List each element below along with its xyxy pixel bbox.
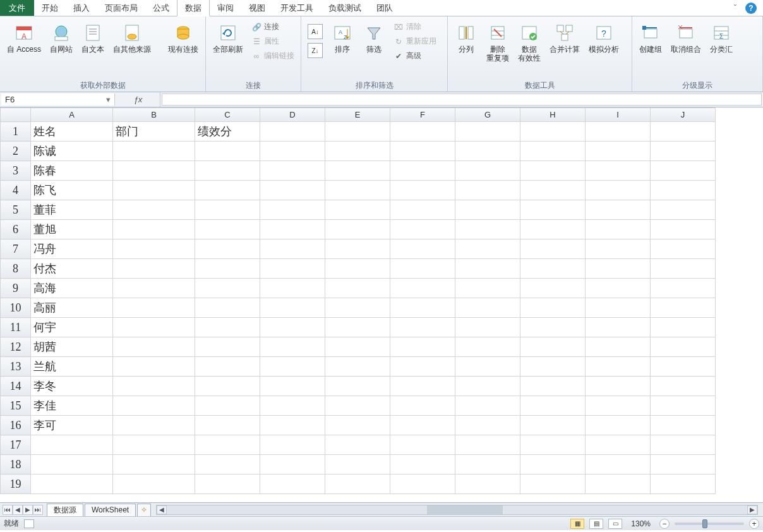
btn-remove-dups[interactable]: 删除 重复项 [483, 19, 512, 66]
cell-C6[interactable] [195, 220, 260, 239]
cell-J1[interactable] [651, 122, 716, 142]
row-header-14[interactable]: 14 [1, 377, 31, 396]
cell-G7[interactable] [455, 239, 520, 259]
cell-A16[interactable]: 李可 [31, 416, 113, 435]
cell-C10[interactable] [195, 298, 260, 318]
cell-D9[interactable] [260, 279, 325, 298]
cell-F11[interactable] [390, 318, 455, 337]
row-header-11[interactable]: 11 [1, 318, 31, 337]
cell-D8[interactable] [260, 259, 325, 279]
cell-J6[interactable] [651, 220, 716, 239]
cell-E11[interactable] [325, 318, 390, 337]
tab-view[interactable]: 视图 [241, 0, 273, 16]
cell-E6[interactable] [325, 220, 390, 239]
cell-A5[interactable]: 董菲 [31, 200, 113, 220]
cell-I16[interactable] [586, 416, 651, 435]
cell-H18[interactable] [520, 455, 586, 475]
cell-H7[interactable] [520, 239, 586, 259]
cell-H6[interactable] [520, 220, 586, 239]
btn-existing-conn[interactable]: 现有连接 [165, 19, 201, 57]
cell-E19[interactable] [325, 475, 390, 494]
btn-edit-links[interactable]: ∞编辑链接 [249, 49, 297, 63]
cell-H8[interactable] [520, 259, 586, 279]
btn-sort-az[interactable]: A↓ [308, 24, 323, 39]
cell-B13[interactable] [113, 357, 195, 377]
cell-H13[interactable] [520, 357, 586, 377]
cell-F19[interactable] [390, 475, 455, 494]
cell-J11[interactable] [651, 318, 716, 337]
btn-from-other[interactable]: 自其他来源 [110, 19, 154, 57]
cell-A7[interactable]: 冯舟 [31, 239, 113, 259]
cell-D5[interactable] [260, 200, 325, 220]
cell-D15[interactable] [260, 396, 325, 416]
row-header-13[interactable]: 13 [1, 357, 31, 377]
btn-data-validation[interactable]: 数据 有效性 [515, 19, 544, 66]
cell-C9[interactable] [195, 279, 260, 298]
cell-F5[interactable] [390, 200, 455, 220]
cell-H19[interactable] [520, 475, 586, 494]
cell-A10[interactable]: 高丽 [31, 298, 113, 318]
cell-G17[interactable] [455, 435, 520, 455]
cell-D11[interactable] [260, 318, 325, 337]
cell-A4[interactable]: 陈飞 [31, 181, 113, 200]
col-header-H[interactable]: H [520, 108, 586, 122]
cell-D7[interactable] [260, 239, 325, 259]
cell-A13[interactable]: 兰航 [31, 357, 113, 377]
tab-devtools[interactable]: 开发工具 [273, 0, 321, 16]
cell-A2[interactable]: 陈诚 [31, 142, 113, 161]
btn-refresh-all[interactable]: 全部刷新 [210, 19, 246, 57]
col-header-E[interactable]: E [325, 108, 390, 122]
cell-G1[interactable] [455, 122, 520, 142]
sheet-nav-prev[interactable]: ◀ [13, 505, 23, 515]
cell-I4[interactable] [586, 181, 651, 200]
btn-consolidate[interactable]: 合并计算 [546, 19, 583, 57]
cell-E7[interactable] [325, 239, 390, 259]
btn-filter[interactable]: 筛选 [359, 19, 388, 57]
cell-I17[interactable] [586, 435, 651, 455]
cell-B17[interactable] [113, 435, 195, 455]
cell-G15[interactable] [455, 396, 520, 416]
ribbon-minimize-icon[interactable]: ˇ [734, 3, 736, 13]
cell-G8[interactable] [455, 259, 520, 279]
cell-I18[interactable] [586, 455, 651, 475]
cell-H1[interactable] [520, 122, 586, 142]
cell-I5[interactable] [586, 200, 651, 220]
cell-F6[interactable] [390, 220, 455, 239]
cell-F16[interactable] [390, 416, 455, 435]
col-header-G[interactable]: G [455, 108, 520, 122]
horizontal-scrollbar[interactable]: ◀ ▶ [156, 505, 758, 515]
btn-reapply[interactable]: ↻重新应用 [391, 35, 439, 48]
cell-A14[interactable]: 李冬 [31, 377, 113, 396]
cell-A9[interactable]: 高海 [31, 279, 113, 298]
scroll-left-icon[interactable]: ◀ [157, 505, 167, 514]
cell-D2[interactable] [260, 142, 325, 161]
cell-D18[interactable] [260, 455, 325, 475]
cell-C11[interactable] [195, 318, 260, 337]
cell-F4[interactable] [390, 181, 455, 200]
cell-I14[interactable] [586, 377, 651, 396]
cell-I15[interactable] [586, 396, 651, 416]
cell-D1[interactable] [260, 122, 325, 142]
cell-D13[interactable] [260, 357, 325, 377]
sheet-nav-next[interactable]: ▶ [23, 505, 33, 515]
cell-D3[interactable] [260, 161, 325, 181]
cell-F14[interactable] [390, 377, 455, 396]
cell-B5[interactable] [113, 200, 195, 220]
cell-C17[interactable] [195, 435, 260, 455]
row-header-1[interactable]: 1 [1, 122, 31, 142]
sheet-tab-add[interactable]: ✧ [137, 504, 151, 516]
cell-H17[interactable] [520, 435, 586, 455]
btn-whatif[interactable]: ? 模拟分析 [586, 19, 622, 57]
cell-B9[interactable] [113, 279, 195, 298]
cell-B18[interactable] [113, 455, 195, 475]
row-header-10[interactable]: 10 [1, 298, 31, 318]
btn-from-access[interactable]: A 自 Access [4, 19, 44, 57]
cell-D16[interactable] [260, 416, 325, 435]
spreadsheet-grid[interactable]: ABCDEFGHIJ1姓名部门绩效分2陈诚3陈春4陈飞5董菲6董旭7冯舟8付杰9… [0, 107, 763, 502]
cell-C8[interactable] [195, 259, 260, 279]
tab-team[interactable]: 团队 [369, 0, 400, 16]
cell-C16[interactable] [195, 416, 260, 435]
row-header-2[interactable]: 2 [1, 142, 31, 161]
cell-B4[interactable] [113, 181, 195, 200]
cell-C5[interactable] [195, 200, 260, 220]
